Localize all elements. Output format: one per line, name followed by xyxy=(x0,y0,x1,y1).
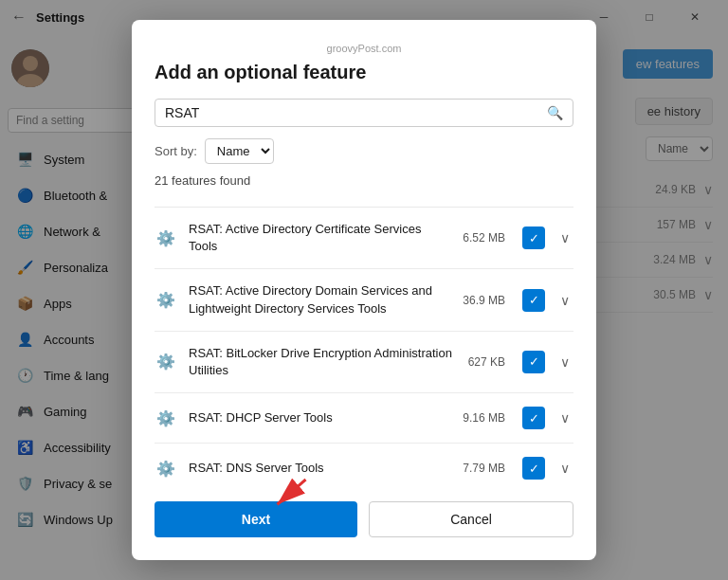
expand-icon-1[interactable]: ∨ xyxy=(556,228,573,247)
add-optional-feature-modal: groovyPost.com Add an optional feature 🔍… xyxy=(132,20,596,560)
feature-gear-icon-2: ⚙️ xyxy=(155,289,177,312)
expand-icon-2[interactable]: ∨ xyxy=(556,291,573,310)
feature-gear-icon-5: ⚙️ xyxy=(155,457,177,480)
feature-name-1: RSAT: Active Directory Certificate Servi… xyxy=(189,221,451,255)
expand-icon-4[interactable]: ∨ xyxy=(556,408,573,427)
feature-search-input[interactable] xyxy=(165,105,547,120)
feature-checkbox-1[interactable]: ✓ xyxy=(522,227,545,249)
feature-gear-icon-4: ⚙️ xyxy=(155,407,177,429)
feature-size-5: 7.79 MB xyxy=(463,462,505,475)
cancel-button[interactable]: Cancel xyxy=(369,501,573,537)
feature-size-3: 627 KB xyxy=(468,355,505,369)
feature-name-4: RSAT: DHCP Server Tools xyxy=(189,409,451,426)
modal-footer: Next Cancel xyxy=(132,486,596,560)
feature-item-2: ⚙️ RSAT: Active Directory Domain Service… xyxy=(155,269,573,331)
sort-select[interactable]: Name Size xyxy=(205,138,274,164)
expand-icon-5[interactable]: ∨ xyxy=(556,459,573,478)
feature-search-row: 🔍 xyxy=(155,99,573,127)
feature-name-5: RSAT: DNS Server Tools xyxy=(189,460,451,477)
feature-item-4: ⚙️ RSAT: DHCP Server Tools 9.16 MB ✓ ∨ xyxy=(155,393,573,444)
watermark: groovyPost.com xyxy=(155,43,573,54)
next-button[interactable]: Next xyxy=(155,501,357,537)
feature-list: ⚙️ RSAT: Active Directory Certificate Se… xyxy=(155,207,573,486)
search-icon[interactable]: 🔍 xyxy=(547,105,563,120)
feature-checkbox-5[interactable]: ✓ xyxy=(522,457,545,480)
sort-label: Sort by: xyxy=(155,144,197,158)
feature-checkbox-4[interactable]: ✓ xyxy=(522,407,545,429)
feature-name-2: RSAT: Active Directory Domain Services a… xyxy=(189,282,451,317)
feature-item-5: ⚙️ RSAT: DNS Server Tools 7.79 MB ✓ ∨ xyxy=(155,444,573,486)
feature-size-1: 6.52 MB xyxy=(463,231,505,245)
feature-size-2: 36.9 MB xyxy=(463,294,505,307)
modal-header: groovyPost.com Add an optional feature 🔍… xyxy=(132,20,596,207)
feature-checkbox-2[interactable]: ✓ xyxy=(522,289,545,312)
modal-title: Add an optional feature xyxy=(155,62,573,83)
feature-checkbox-3[interactable]: ✓ xyxy=(522,351,545,373)
feature-item-3: ⚙️ RSAT: BitLocker Drive Encryption Admi… xyxy=(155,332,573,393)
feature-gear-icon-1: ⚙️ xyxy=(155,227,177,249)
expand-icon-3[interactable]: ∨ xyxy=(556,353,573,372)
results-count: 21 features found xyxy=(155,173,573,191)
feature-size-4: 9.16 MB xyxy=(463,411,505,425)
feature-gear-icon-3: ⚙️ xyxy=(155,351,177,373)
feature-name-3: RSAT: BitLocker Drive Encryption Adminis… xyxy=(189,345,457,379)
sort-row: Sort by: Name Size xyxy=(155,138,573,164)
feature-item-1: ⚙️ RSAT: Active Directory Certificate Se… xyxy=(155,208,573,269)
